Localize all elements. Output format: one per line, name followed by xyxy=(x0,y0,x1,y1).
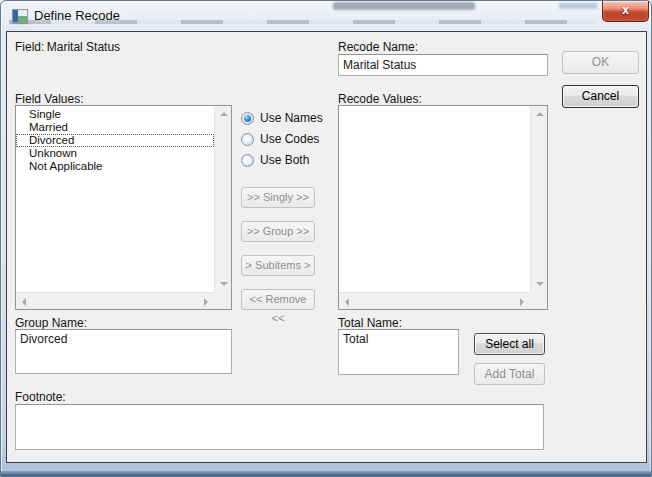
scrollbar-corner xyxy=(214,292,231,309)
scroll-left-icon[interactable] xyxy=(22,298,26,306)
glass-reflection xyxy=(559,3,597,9)
footnote-label: Footnote: xyxy=(15,390,66,404)
field-value: Marital Status xyxy=(47,40,120,54)
close-button[interactable]: x xyxy=(602,1,649,22)
scrollbar-corner xyxy=(530,292,547,309)
vertical-scrollbar[interactable] xyxy=(214,106,231,292)
list-item-focused[interactable]: Divorced xyxy=(16,134,214,147)
scroll-down-icon[interactable] xyxy=(220,282,228,286)
ok-button[interactable]: OK xyxy=(562,51,639,74)
scroll-up-icon[interactable] xyxy=(220,112,228,116)
radio-use-codes[interactable]: Use Codes xyxy=(241,131,319,147)
title-bar[interactable]: Define Recode x xyxy=(1,1,651,31)
subitems-button[interactable]: > Subitems > xyxy=(241,255,315,276)
recode-name-label: Recode Name: xyxy=(338,40,418,54)
field-label: Field: Marital Status xyxy=(15,40,120,54)
group-name-input[interactable]: Divorced xyxy=(15,329,232,374)
radio-button-icon[interactable] xyxy=(241,133,254,146)
radio-button-icon[interactable] xyxy=(241,112,254,125)
scroll-left-icon[interactable] xyxy=(345,298,349,306)
list-item[interactable]: Unknown xyxy=(16,147,214,160)
dialog-client-area: Field: Marital Status Recode Name: OK Ca… xyxy=(6,31,647,463)
cancel-button[interactable]: Cancel xyxy=(562,85,639,108)
recode-values-list xyxy=(339,106,530,292)
singly-button[interactable]: >> Singly >> xyxy=(241,187,315,208)
app-window-icon xyxy=(12,9,28,23)
group-button[interactable]: >> Group >> xyxy=(241,221,315,242)
horizontal-scrollbar[interactable] xyxy=(16,292,214,309)
window-title: Define Recode xyxy=(34,8,120,23)
dialog-window: Define Recode x Field: Marital Status Re… xyxy=(0,0,652,477)
scroll-right-icon[interactable] xyxy=(204,298,208,306)
window-bottom-border xyxy=(1,471,651,476)
vertical-scrollbar[interactable] xyxy=(530,106,547,292)
recode-values-label: Recode Values: xyxy=(338,92,422,106)
horizontal-scrollbar[interactable] xyxy=(339,292,530,309)
total-name-input[interactable]: Total xyxy=(338,329,459,375)
select-all-button[interactable]: Select all xyxy=(474,333,545,355)
scroll-right-icon[interactable] xyxy=(520,298,524,306)
remove-button[interactable]: << Remove << xyxy=(241,289,315,310)
scroll-up-icon[interactable] xyxy=(536,112,544,116)
group-name-label: Group Name: xyxy=(15,316,87,330)
radio-use-both[interactable]: Use Both xyxy=(241,152,309,168)
radio-use-names[interactable]: Use Names xyxy=(241,110,323,126)
total-name-label: Total Name: xyxy=(338,316,402,330)
recode-name-input[interactable] xyxy=(338,54,548,76)
close-icon: x xyxy=(622,3,629,17)
field-values-label: Field Values: xyxy=(15,92,83,106)
footnote-input[interactable] xyxy=(15,404,544,450)
list-item[interactable]: Not Applicable xyxy=(16,160,214,173)
list-item[interactable]: Married xyxy=(16,121,214,134)
recode-values-listbox[interactable] xyxy=(338,105,548,310)
add-total-button[interactable]: Add Total xyxy=(474,363,545,385)
radio-button-icon[interactable] xyxy=(241,154,254,167)
glass-reflection xyxy=(333,2,475,10)
field-values-listbox[interactable]: Single Married Divorced Unknown Not Appl… xyxy=(15,105,232,310)
field-values-list: Single Married Divorced Unknown Not Appl… xyxy=(16,106,214,292)
scroll-down-icon[interactable] xyxy=(536,282,544,286)
list-item[interactable]: Single xyxy=(16,108,214,121)
